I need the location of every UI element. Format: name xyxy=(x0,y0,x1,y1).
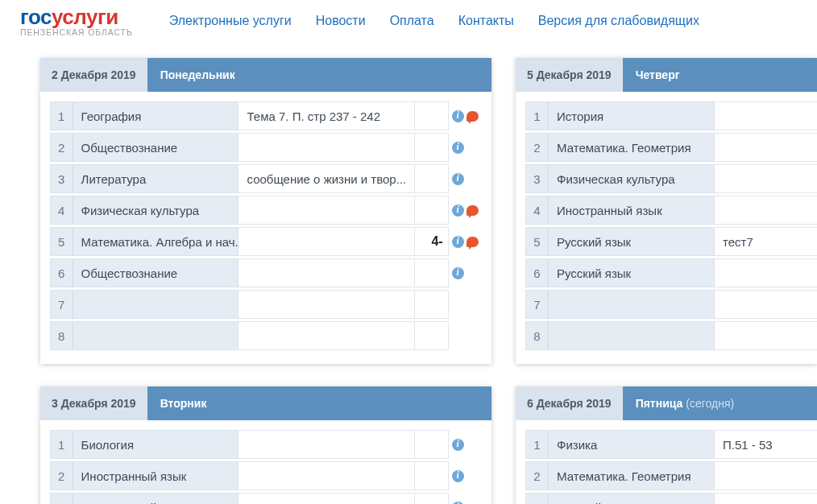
nav-eservices[interactable]: Электронные услуги xyxy=(169,14,292,28)
comment-icon[interactable] xyxy=(467,237,479,247)
lesson-row: 7 xyxy=(525,290,817,319)
lesson-grade xyxy=(415,101,448,130)
lesson-subject: История xyxy=(548,101,715,130)
info-icon[interactable] xyxy=(452,173,464,185)
lesson-subject: Русский язык xyxy=(548,227,715,256)
lesson-homework xyxy=(715,461,817,490)
lesson-homework xyxy=(715,133,817,162)
logo-text-part1: гос xyxy=(20,5,52,29)
today-marker: (сегодня) xyxy=(686,397,734,410)
day-card-body: 1ГеографияТема 7. П. стр 237 - 2422Общес… xyxy=(40,92,491,364)
lesson-number: 1 xyxy=(50,430,73,459)
nav-contacts[interactable]: Контакты xyxy=(458,14,514,28)
info-icon[interactable] xyxy=(452,267,464,279)
site-logo[interactable]: госуслуги ПЕНЗЕНСКАЯ ОБЛАСТЬ xyxy=(20,5,133,37)
info-icon[interactable] xyxy=(452,236,464,248)
lesson-row: 2Иностранный язык xyxy=(50,461,482,490)
info-icon[interactable] xyxy=(452,110,464,122)
lesson-icons xyxy=(449,133,482,162)
lesson-homework xyxy=(715,321,817,350)
info-icon[interactable] xyxy=(452,470,464,482)
site-header: госуслуги ПЕНЗЕНСКАЯ ОБЛАСТЬ Электронные… xyxy=(0,0,817,45)
lesson-number: 8 xyxy=(525,321,548,350)
lesson-number: 6 xyxy=(525,258,548,287)
lesson-number: 7 xyxy=(525,290,548,319)
day-date: 5 Декабря 2019 xyxy=(516,58,623,92)
lesson-icons xyxy=(449,227,482,256)
lesson-icons xyxy=(449,461,482,490)
lesson-row: 8 xyxy=(50,321,482,350)
lesson-grade xyxy=(415,133,448,162)
lesson-homework: Тема 7. П. стр 237 - 242 xyxy=(238,101,415,130)
day-date: 6 Декабря 2019 xyxy=(516,386,623,420)
lesson-row: 1Биология xyxy=(50,430,482,459)
lesson-homework xyxy=(238,493,415,504)
day-date: 2 Декабря 2019 xyxy=(40,58,147,92)
lesson-grade xyxy=(415,290,448,319)
lesson-subject xyxy=(548,321,715,350)
lesson-subject xyxy=(73,290,239,319)
lesson-subject: Иностранный язык xyxy=(73,493,239,504)
day-card-friday: 6 Декабря 2019 Пятница (сегодня) 1Физика… xyxy=(516,386,817,504)
info-icon[interactable] xyxy=(452,204,464,217)
lesson-number: 1 xyxy=(50,101,73,130)
nav-accessibility[interactable]: Версия для слабовидящих xyxy=(538,14,699,28)
logo-text: госуслуги xyxy=(20,5,133,30)
lesson-homework xyxy=(238,321,415,350)
lesson-grade xyxy=(415,258,448,287)
lesson-row: 2Обществознание xyxy=(50,133,482,162)
lesson-number: 5 xyxy=(50,227,73,256)
lesson-number: 2 xyxy=(525,133,548,162)
schedule-col-left: 2 Декабря 2019 Понедельник 1ГеографияТем… xyxy=(40,58,491,504)
comment-icon[interactable] xyxy=(467,205,479,216)
lesson-row: 7 xyxy=(50,290,482,319)
day-name: Вторник xyxy=(147,386,491,420)
lesson-homework xyxy=(715,101,817,130)
info-icon[interactable] xyxy=(452,502,464,505)
lesson-grade: 4- xyxy=(415,227,448,256)
lesson-number: 4 xyxy=(50,196,73,225)
lesson-row: 8 xyxy=(525,321,817,350)
day-card-header: 2 Декабря 2019 Понедельник xyxy=(40,58,491,92)
schedule-grid: 2 Декабря 2019 Понедельник 1ГеографияТем… xyxy=(0,45,817,504)
lesson-row: 5Математика. Алгебра и нач...4- xyxy=(50,227,482,256)
lesson-icons xyxy=(449,101,482,130)
lesson-row: 3Иностранный язык xyxy=(50,493,482,504)
lesson-homework xyxy=(238,196,415,225)
lesson-number: 1 xyxy=(525,101,548,130)
lesson-homework xyxy=(715,258,817,287)
lesson-homework: тест7 xyxy=(715,227,817,256)
lesson-grade xyxy=(415,461,448,490)
lesson-number: 3 xyxy=(50,164,73,193)
lesson-row: 2Математика. Геометрия xyxy=(525,133,817,162)
day-card-body: 1ФизикаП.51 - 532Математика. Геометрия3Р… xyxy=(516,420,817,504)
comment-icon[interactable] xyxy=(467,111,479,122)
nav-payment[interactable]: Оплата xyxy=(390,14,434,28)
lesson-icons xyxy=(449,196,482,225)
lesson-row: 6Обществознание xyxy=(50,258,482,287)
lesson-subject xyxy=(548,290,715,319)
lesson-grade xyxy=(415,430,448,459)
day-card-header: 3 Декабря 2019 Вторник xyxy=(40,386,491,420)
lesson-icons xyxy=(449,493,482,504)
lesson-row: 2Математика. Геометрия xyxy=(525,461,817,490)
main-nav: Электронные услуги Новости Оплата Контак… xyxy=(169,14,699,28)
day-card-header: 5 Декабря 2019 Четверг xyxy=(516,58,817,92)
lesson-subject: Математика. Геометрия xyxy=(548,133,715,162)
info-icon[interactable] xyxy=(452,439,464,451)
day-card-header: 6 Декабря 2019 Пятница (сегодня) xyxy=(516,386,817,420)
lesson-number: 3 xyxy=(525,164,548,193)
logo-subtitle: ПЕНЗЕНСКАЯ ОБЛАСТЬ xyxy=(20,27,133,37)
lesson-homework xyxy=(715,164,817,193)
lesson-row: 6Русский язык xyxy=(525,258,817,287)
lesson-subject: Русский язык xyxy=(548,493,715,504)
lesson-homework xyxy=(715,290,817,319)
lesson-subject: Русский язык xyxy=(548,258,715,287)
lesson-subject: Физическая культура xyxy=(548,164,715,193)
lesson-icons xyxy=(449,258,482,287)
lesson-homework xyxy=(715,493,817,504)
info-icon[interactable] xyxy=(452,142,464,154)
nav-news[interactable]: Новости xyxy=(316,14,366,28)
lesson-homework xyxy=(238,133,415,162)
day-card-thursday: 5 Декабря 2019 Четверг 1История2Математи… xyxy=(516,58,817,364)
